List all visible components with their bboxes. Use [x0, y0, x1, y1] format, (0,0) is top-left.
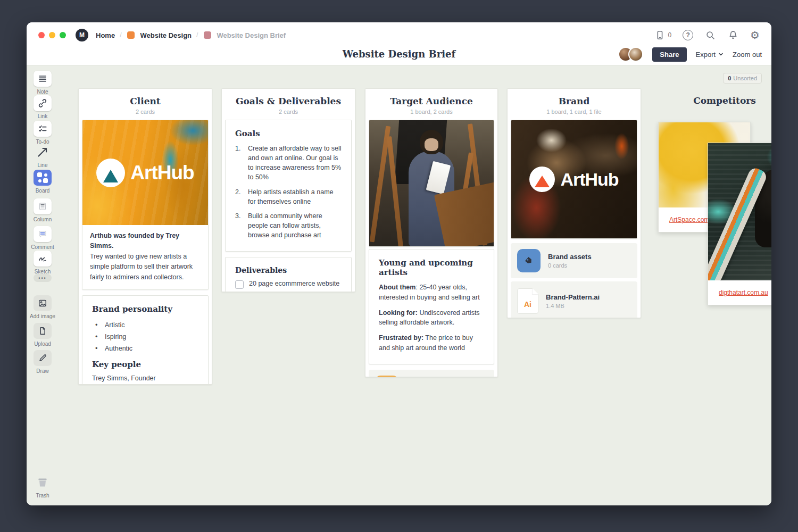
tool-upload[interactable]: Upload — [27, 323, 59, 347]
more-options-icon: ••• — [34, 274, 52, 282]
tool-label: Note — [37, 89, 48, 95]
card-heading: Brand personality — [92, 304, 198, 314]
brand-pattern-file-tile[interactable]: Ai Brand-Pattern.ai 1.4 MB — [511, 281, 637, 318]
column-icon — [37, 201, 48, 212]
ai-file-icon: Ai — [517, 288, 538, 314]
add-image-icon — [37, 298, 48, 309]
share-button[interactable]: Share — [652, 47, 686, 62]
column-title[interactable]: Target Audience — [369, 96, 494, 106]
help-icon[interactable]: ? — [683, 30, 693, 40]
todo-item[interactable]: 20 page ecommmerce website — [235, 280, 342, 289]
chevron-down-icon — [718, 52, 724, 56]
zoom-window-button[interactable] — [60, 32, 66, 38]
client-logo-card[interactable]: ArtHub Arthub was founded by Trey Simms.… — [82, 120, 209, 290]
brand-assets-board-tile[interactable]: Brand assets 0 cards — [511, 243, 637, 278]
artist-studio-photo — [369, 120, 494, 246]
competitor-link-card[interactable]: digthatart.com.au — [708, 143, 771, 305]
tool-note[interactable]: Note — [27, 71, 59, 95]
card-heading: Deliverables — [235, 266, 342, 275]
goals-card[interactable]: Goals 1.Create an affordable way to sell… — [225, 120, 352, 252]
arthub-wordmark: ArtHub — [560, 169, 618, 190]
device-sync-button[interactable]: 0 — [654, 29, 671, 41]
column-title[interactable]: Goals & Deliverables — [225, 96, 352, 106]
tool-label: Column — [34, 217, 52, 222]
breadcrumb-home[interactable]: Home — [96, 31, 115, 39]
milanote-logo-icon[interactable]: M — [76, 29, 88, 41]
artspace-link[interactable]: ArtSpace.com — [669, 216, 709, 223]
persona-row: About them: 25-40 year olds, interested … — [379, 282, 484, 303]
tool-draw[interactable]: Draw — [27, 350, 59, 374]
export-label: Export — [696, 51, 716, 59]
column-count: 2 cards — [225, 109, 352, 115]
minimize-window-button[interactable] — [49, 32, 55, 38]
tool-board[interactable]: Board — [27, 170, 59, 194]
tool-label: Draw — [36, 368, 48, 374]
board-canvas[interactable]: 0Unsorted Note Link To-do Line Board Col… — [27, 65, 771, 505]
tool-column[interactable]: Column — [27, 198, 59, 222]
export-button[interactable]: Export — [696, 51, 724, 59]
tool-sketch[interactable]: Sketch — [27, 251, 59, 275]
tool-more[interactable]: ••• — [27, 274, 59, 282]
goal-item: 3.Build a community where people can fol… — [235, 211, 342, 240]
persona-card[interactable]: Young and upcoming artists About them: 2… — [369, 249, 494, 364]
tool-trash[interactable]: Trash — [27, 475, 59, 498]
column-client[interactable]: Client 2 cards ArtHub Arthub was founded… — [78, 88, 212, 385]
board-color-swatch-icon — [127, 31, 135, 39]
brand-image-card[interactable]: ArtHub — [511, 120, 637, 239]
arthub-wordmark: ArtHub — [130, 162, 194, 184]
breadcrumb-separator: / — [120, 31, 121, 39]
tool-add-image[interactable]: Add image — [27, 295, 59, 319]
app-window: M Home / Website Design / Website Design… — [27, 22, 771, 505]
deliverables-card[interactable]: Deliverables 20 page ecommmerce website … — [225, 257, 352, 292]
file-title: Brand-Pattern.ai — [546, 293, 600, 301]
avatar[interactable] — [628, 47, 643, 62]
breadcrumb-website-design[interactable]: Website Design — [140, 31, 192, 39]
note-icon — [37, 73, 48, 84]
close-window-button[interactable] — [38, 32, 45, 38]
tool-label: Board — [36, 188, 50, 194]
tool-comment[interactable]: Comment — [27, 226, 59, 250]
list-item: Authentic — [92, 343, 198, 354]
tool-label: Upload — [34, 341, 51, 347]
search-icon[interactable] — [704, 29, 716, 41]
settings-gear-icon[interactable]: ⚙ — [750, 30, 760, 40]
breadcrumb-website-design-brief[interactable]: Website Design Brief — [217, 31, 286, 39]
column-title[interactable]: Brand — [511, 96, 637, 106]
goal-item: 2.Help artists establish a name for them… — [235, 187, 342, 206]
todo-label: 20 page ecommmerce website — [249, 280, 339, 287]
board-tile-icon — [375, 376, 398, 378]
notifications-bell-icon[interactable] — [727, 29, 739, 41]
card-heading: Goals — [235, 129, 342, 138]
tool-todo[interactable]: To-do — [27, 121, 59, 145]
tool-label: Line — [38, 162, 48, 168]
card-heading: Key people — [92, 360, 198, 369]
column-title[interactable]: Client — [82, 96, 209, 106]
brand-personality-card[interactable]: Brand personality Artistic Ispiring Auth… — [82, 295, 209, 385]
tile-count: 0 cards — [548, 262, 592, 269]
brand-painting-image: ArtHub — [511, 120, 637, 238]
persona-row: Looking for: Undiscovered artists sellin… — [379, 308, 484, 328]
window-controls — [38, 32, 66, 38]
column-target-audience[interactable]: Target Audience 1 board, 2 cards Young a… — [365, 88, 498, 377]
tool-link[interactable]: Link — [27, 95, 59, 119]
zoom-out-button[interactable]: Zoom out — [733, 51, 762, 59]
audience-photo-card[interactable] — [369, 120, 494, 247]
target-audience-board-tile[interactable]: Target audience 0 cards — [369, 370, 494, 378]
digthatart-link[interactable]: digthatart.com.au — [719, 289, 768, 296]
upload-file-icon — [37, 326, 48, 336]
column-brand[interactable]: Brand 1 board, 1 card, 1 file ArtHub Bra… — [507, 88, 641, 318]
collaborator-avatars[interactable] — [618, 47, 643, 62]
client-note-bold: Arthub was founded by Trey Simms. — [90, 231, 201, 252]
unsorted-badge[interactable]: 0Unsorted — [723, 73, 762, 84]
todo-checklist-icon — [37, 123, 48, 134]
column-goals-deliverables[interactable]: Goals & Deliverables 2 cards Goals 1.Cre… — [221, 88, 355, 292]
file-size: 1.4 MB — [546, 303, 600, 309]
persona-row: Frustrated by: The price to buy and ship… — [379, 333, 484, 353]
tool-line[interactable]: Line — [27, 144, 59, 168]
column-count: 1 board, 2 cards — [369, 109, 494, 115]
tile-title: Brand assets — [548, 253, 592, 261]
zoom-out-label: Zoom out — [733, 51, 762, 59]
board-color-swatch-icon — [204, 31, 211, 39]
checkbox[interactable] — [235, 280, 244, 289]
tool-label: Comment — [31, 244, 54, 250]
